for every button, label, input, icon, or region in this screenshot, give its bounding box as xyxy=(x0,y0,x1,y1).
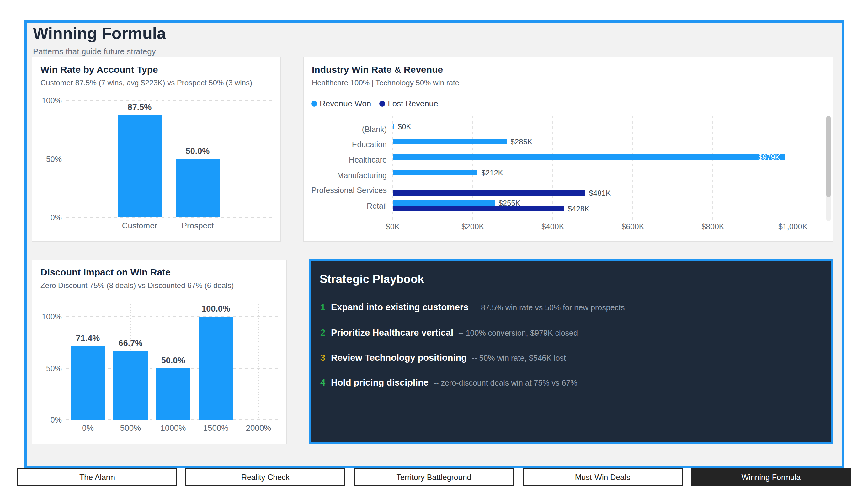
y-axis-label: 50% xyxy=(24,154,62,164)
y-axis-label: 100% xyxy=(24,96,62,105)
gridline-x-2000% xyxy=(258,304,259,420)
playbook-item-heading: Prioritize Healthcare vertical xyxy=(331,328,453,338)
category-label-Manufacturing: Manufacturing xyxy=(308,171,387,180)
value-label-Prospect: 50.0% xyxy=(166,146,229,156)
playbook-item-4: 4 Hold pricing discipline -- zero-discou… xyxy=(320,377,578,388)
playbook-title: Strategic Playbook xyxy=(320,272,424,286)
category-label-Retail: Retail xyxy=(308,201,387,211)
gridline-x-$1,000K xyxy=(793,116,793,221)
bar-0%[interactable] xyxy=(71,346,105,420)
bar-1000%[interactable] xyxy=(156,368,190,420)
page-subtitle: Patterns that guide future strategy xyxy=(33,47,156,57)
chart-title: Discount Impact on Win Rate xyxy=(40,266,170,278)
category-label-2000%: 2000% xyxy=(227,423,290,433)
playbook-item-detail: -- 87.5% win rate vs 50% for new prospec… xyxy=(473,303,624,312)
chart-subtitle: Zero Discount 75% (8 deals) vs Discounte… xyxy=(40,281,234,290)
gridline-x-$400K xyxy=(552,116,553,221)
card-win-rate-by-account-type: Win Rate by Account Type Customer 87.5% … xyxy=(32,57,281,242)
value-label-Education-won: $285K xyxy=(511,137,533,146)
value-label-Manufacturing-won: $212K xyxy=(481,168,503,177)
bar-(Blank)-won[interactable] xyxy=(393,124,394,129)
playbook-item-number: 1 xyxy=(320,302,331,313)
x-axis-label: $800K xyxy=(688,222,738,231)
y-axis-label: 0% xyxy=(24,213,62,222)
playbook-item-heading: Hold pricing discipline xyxy=(331,377,428,388)
tab-the-alarm[interactable]: The Alarm xyxy=(17,469,177,486)
value-label-(Blank)-won: $0K xyxy=(398,122,411,131)
legend-dot-revenue-won-icon xyxy=(311,101,317,107)
playbook-item-3: 3 Review Technology positioning -- 50% w… xyxy=(320,353,566,363)
gridline-x-$800K xyxy=(712,116,713,221)
playbook-item-detail: -- zero-discount deals win at 75% vs 67% xyxy=(434,378,578,388)
bar-Manufacturing-won[interactable] xyxy=(393,170,477,175)
bar-Customer[interactable] xyxy=(118,115,162,217)
gridline-y-100% xyxy=(66,100,273,101)
category-label-(Blank): (Blank) xyxy=(308,125,387,134)
playbook-item-2: 2 Prioritize Healthcare vertical -- 100%… xyxy=(320,328,578,338)
category-label-Customer: Customer xyxy=(108,221,171,230)
playbook-item-number: 3 xyxy=(320,353,331,363)
value-label-1500%: 100.0% xyxy=(185,304,247,314)
tab-winning-formula[interactable]: Winning Formula xyxy=(691,469,851,486)
value-label-Customer: 87.5% xyxy=(108,102,171,113)
playbook-item-1: 1 Expand into existing customers -- 87.5… xyxy=(320,302,624,313)
x-axis-label: $200K xyxy=(448,222,498,231)
bar-Retail-won[interactable] xyxy=(393,201,495,206)
value-label-1000%: 50.0% xyxy=(142,355,205,366)
gridline-y-0% xyxy=(66,217,273,218)
x-axis-label: $0K xyxy=(368,222,418,231)
card-industry-win-rate-revenue: Industry Win Rate & Revenue Healthcare 1… xyxy=(303,57,833,242)
legend-item-lost-revenue[interactable]: Lost Revenue xyxy=(379,99,438,109)
x-axis-label: $400K xyxy=(528,222,578,231)
bar-1500%[interactable] xyxy=(198,317,233,420)
x-axis-label: $600K xyxy=(608,222,658,231)
category-label-Education: Education xyxy=(308,140,387,149)
bar-Education-won[interactable] xyxy=(393,139,507,144)
legend-item-revenue-won[interactable]: Revenue Won xyxy=(311,99,371,109)
x-axis-label: $1,000K xyxy=(768,222,818,231)
gridline-x-$600K xyxy=(632,116,633,221)
playbook-item-heading: Expand into existing customers xyxy=(331,302,468,313)
chart-subtitle: Customer 87.5% (7 wins, avg $223K) vs Pr… xyxy=(40,78,252,88)
value-label-Healthcare: $979K xyxy=(393,153,780,162)
y-axis-label: 100% xyxy=(24,312,62,321)
playbook-item-heading: Review Technology positioning xyxy=(331,353,467,363)
bar-Professional Services-lost[interactable] xyxy=(393,191,585,196)
legend-label: Lost Revenue xyxy=(388,99,438,109)
card-discount-impact-on-win-rate: Discount Impact on Win Rate Zero Discoun… xyxy=(32,260,287,444)
scrollbar-thumb[interactable] xyxy=(826,116,831,197)
category-label-Healthcare: Healthcare xyxy=(308,155,387,164)
tab-must-win-deals[interactable]: Must-Win Deals xyxy=(523,469,683,486)
chart-legend: Revenue Won Lost Revenue xyxy=(311,99,438,109)
category-label-Professional Services: Professional Services xyxy=(308,185,387,195)
bar-Retail-lost[interactable] xyxy=(393,206,564,212)
chart-title: Industry Win Rate & Revenue xyxy=(312,64,443,75)
playbook-item-number: 4 xyxy=(320,377,331,388)
playbook-item-number: 2 xyxy=(320,328,331,338)
value-label-Professional Services-lost: $481K xyxy=(589,189,611,198)
playbook-item-detail: -- 50% win rate, $546K lost xyxy=(472,354,566,363)
page-title: Winning Formula xyxy=(33,24,166,43)
y-axis-label: 0% xyxy=(24,415,62,424)
tab-territory-battleground[interactable]: Territory Battleground xyxy=(354,469,514,486)
value-label-Retail-lost: $428K xyxy=(568,205,589,213)
report-page: Winning Formula Patterns that guide futu… xyxy=(0,0,868,502)
tab-reality-check[interactable]: Reality Check xyxy=(185,469,345,486)
strategic-playbook-panel: Strategic Playbook 1 Expand into existin… xyxy=(309,259,833,444)
playbook-item-detail: -- 100% conversion, $979K closed xyxy=(458,328,578,338)
y-axis-label: 50% xyxy=(24,363,62,373)
chart-subtitle: Healthcare 100% | Technology 50% win rat… xyxy=(312,78,459,88)
bar-Prospect[interactable] xyxy=(176,159,220,218)
value-label-500%: 66.7% xyxy=(99,338,162,349)
legend-label: Revenue Won xyxy=(320,99,371,109)
gridline-y-50% xyxy=(66,159,273,160)
legend-dot-lost-revenue-icon xyxy=(379,101,385,107)
chart-title: Win Rate by Account Type xyxy=(40,64,158,75)
category-label-Prospect: Prospect xyxy=(166,221,229,230)
